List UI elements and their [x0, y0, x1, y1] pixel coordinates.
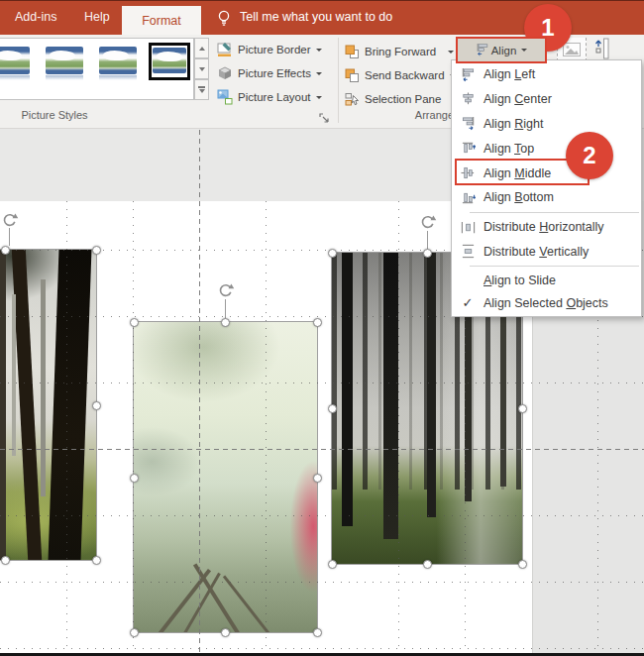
selection-handle[interactable]: [1, 246, 10, 255]
menu-item-align-selected-objects[interactable]: ✓ Align Selected Objects: [452, 291, 641, 314]
selection-handle[interactable]: [92, 556, 101, 565]
align-button[interactable]: Align: [456, 37, 547, 63]
gallery-scroll-up-button[interactable]: [194, 38, 209, 58]
selection-handle[interactable]: [313, 474, 322, 483]
group-separator: [338, 38, 339, 123]
distribute-vertically-icon: [452, 244, 483, 259]
align-dropdown-menu: Align Left Align Center Align Right Alig…: [451, 59, 642, 317]
menu-item-distribute-vertically[interactable]: Distribute Vertically: [452, 240, 641, 265]
gallery-scrollbar: [194, 38, 209, 100]
menu-item-label: Align Bottom: [483, 190, 554, 204]
selection-handle[interactable]: [130, 474, 139, 483]
bring-forward-label: Bring Forward: [365, 46, 436, 57]
powerpoint-window: Add-ins Help Format Tell me what you wan…: [0, 0, 644, 656]
align-top-icon: [452, 141, 483, 156]
menu-separator: [470, 212, 639, 213]
selection-handle[interactable]: [313, 318, 322, 327]
picture-border-button[interactable]: Picture Border: [216, 38, 322, 61]
picture-styles-gallery[interactable]: [0, 38, 194, 100]
menu-item-label: Align Right: [483, 117, 543, 131]
callout-step-2: 2: [566, 132, 613, 179]
picture-style-thumb[interactable]: [46, 47, 83, 76]
selection-pane-button[interactable]: Selection Pane: [343, 87, 454, 111]
selection-handle[interactable]: [313, 628, 322, 637]
tell-me-box[interactable]: Tell me what you want to do: [240, 10, 392, 24]
send-backward-icon: [343, 67, 361, 83]
selection-handle[interactable]: [1, 556, 10, 565]
gridline: [66, 201, 67, 654]
dropdown-arrow-icon: [521, 49, 527, 52]
menu-item-label: Distribute Vertically: [483, 245, 589, 259]
bring-forward-icon: [343, 44, 361, 59]
align-bottom-icon: [452, 190, 483, 205]
gallery-scroll-down-button[interactable]: [194, 58, 209, 79]
selection-pane-label: Selection Pane: [365, 93, 441, 105]
picture-border-icon: [216, 42, 234, 57]
selection-handle[interactable]: [518, 404, 527, 413]
picture-layout-label: Picture Layout: [238, 91, 311, 103]
selection-handle[interactable]: [221, 628, 230, 637]
horizontal-guide[interactable]: [0, 449, 644, 450]
menu-item-label: Align Left: [483, 67, 535, 81]
selection-handle[interactable]: [92, 401, 101, 410]
align-button-label: Align: [491, 45, 517, 56]
gridline: [0, 383, 644, 383]
menu-item-align-right[interactable]: Align Right: [452, 112, 641, 137]
selection-handle[interactable]: [130, 318, 139, 327]
picture-border-label: Picture Border: [238, 44, 311, 55]
selection-handle[interactable]: [221, 318, 230, 327]
align-right-icon: [452, 116, 483, 131]
picture-layout-button[interactable]: Picture Layout: [216, 85, 322, 109]
gallery-more-button[interactable]: [194, 79, 209, 100]
forest-picture-middle[interactable]: [134, 322, 317, 632]
selection-pane-icon: [343, 91, 361, 107]
picture-styles-group-label: Picture Styles: [10, 109, 99, 121]
menu-item-distribute-horizontally[interactable]: Distribute Horizontally: [452, 215, 641, 240]
forest-picture-left[interactable]: [0, 250, 96, 560]
menu-item-align-center[interactable]: Align Center: [452, 87, 641, 112]
selection-handle[interactable]: [328, 249, 337, 258]
gridline: [0, 582, 644, 583]
selection-handle[interactable]: [518, 560, 527, 569]
dropdown-arrow-icon: [448, 51, 454, 54]
picture-style-thumb[interactable]: [0, 47, 30, 76]
gridline: [133, 201, 134, 654]
tab-format-active[interactable]: Format: [122, 6, 201, 36]
picture-style-thumb-selected[interactable]: [149, 43, 190, 80]
bring-forward-button[interactable]: Bring Forward: [343, 40, 454, 63]
dropdown-arrow-icon: [316, 49, 322, 52]
dropdown-arrow-icon: [316, 72, 322, 75]
selection-handle[interactable]: [92, 246, 101, 255]
send-backward-button[interactable]: Send Backward: [343, 63, 454, 87]
rotate-stem: [427, 231, 428, 250]
tab-help[interactable]: Help: [84, 10, 110, 24]
tab-add-ins[interactable]: Add-ins: [15, 10, 56, 24]
lightbulb-icon: [216, 9, 232, 32]
align-left-icon: [452, 67, 483, 82]
picture-style-thumb[interactable]: [99, 47, 137, 76]
menu-item-align-bottom[interactable]: Align Bottom: [452, 185, 641, 210]
selection-handle[interactable]: [423, 560, 432, 569]
menu-item-label: Align Top: [483, 142, 534, 156]
align-icon: [476, 43, 491, 58]
menu-item-label: Align Selected Objects: [483, 296, 608, 310]
rotate-stem: [9, 228, 10, 246]
picture-layout-icon: [216, 89, 234, 105]
selection-handle[interactable]: [328, 560, 337, 569]
selection-handle[interactable]: [328, 404, 337, 413]
menu-item-align-to-slide[interactable]: Align to Slide: [452, 269, 641, 291]
vertical-guide[interactable]: [199, 130, 200, 654]
menu-item-label: Align Center: [483, 92, 552, 106]
selection-handle[interactable]: [130, 628, 139, 637]
selection-handle[interactable]: [423, 249, 432, 258]
rotate-stem: [225, 299, 226, 319]
checkmark-icon: ✓: [452, 295, 483, 310]
gridline: [266, 201, 267, 654]
send-backward-label: Send Backward: [365, 69, 445, 81]
dialog-launcher-icon[interactable]: [319, 110, 330, 128]
menu-item-align-left[interactable]: Align Left: [452, 62, 641, 87]
picture-effects-button[interactable]: Picture Effects: [216, 61, 322, 85]
gridline: [0, 515, 644, 516]
menu-separator: [470, 266, 639, 267]
arrange-group-label: Arrange: [376, 109, 454, 121]
